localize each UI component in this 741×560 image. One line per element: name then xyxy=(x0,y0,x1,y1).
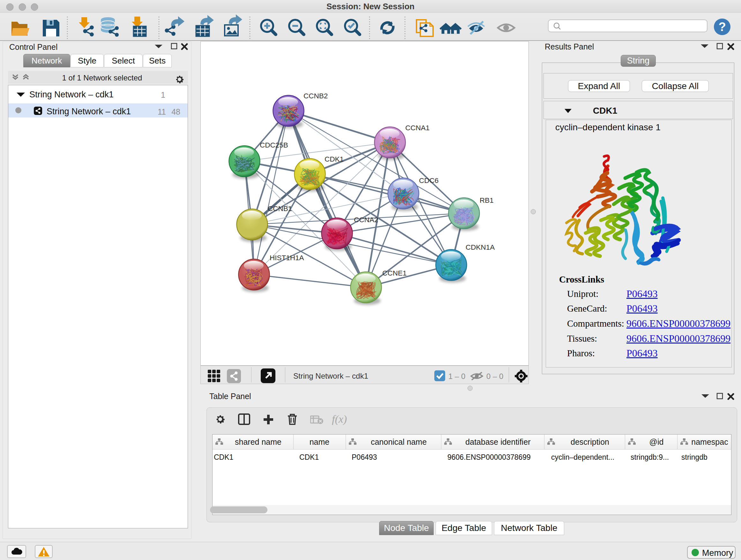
svg-text:CCNB1: CCNB1 xyxy=(268,205,292,212)
svg-text:CCNA2: CCNA2 xyxy=(354,216,378,224)
svg-text:?: ? xyxy=(718,20,726,34)
svg-text:HIST1H1A: HIST1H1A xyxy=(270,254,304,262)
svg-text:CCNB2: CCNB2 xyxy=(304,92,328,100)
svg-text:CDC25B: CDC25B xyxy=(260,141,288,149)
svg-text:CDK1: CDK1 xyxy=(325,155,344,163)
svg-text:CCNE1: CCNE1 xyxy=(382,269,407,277)
svg-text:RB1: RB1 xyxy=(480,196,494,204)
svg-text:CDC6: CDC6 xyxy=(419,177,439,185)
svg-text:CDKN1A: CDKN1A xyxy=(466,243,495,251)
svg-text:CCNA1: CCNA1 xyxy=(405,124,429,132)
